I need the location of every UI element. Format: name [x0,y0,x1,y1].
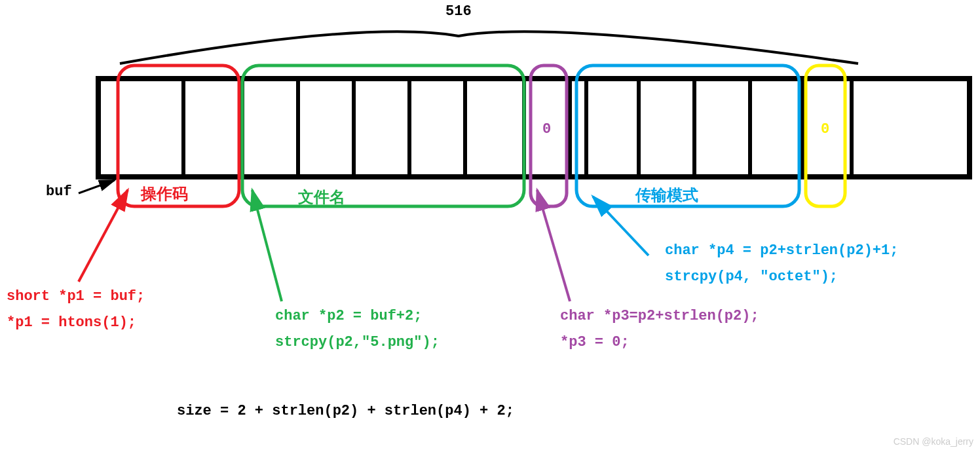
brace-top [120,31,858,64]
filename-code-2: strcpy(p2,"5.png"); [275,334,440,350]
buffer-box [98,79,970,177]
mode-section-label: 传输模式 [635,185,698,206]
zero1-value: 0 [542,121,551,138]
size-formula: size = 2 + strlen(p2) + strlen(p4) + 2; [177,403,514,419]
zero2-value: 0 [821,121,829,138]
zero1-code-1: char *p3=p2+strlen(p2); [560,308,759,324]
top-width-label: 516 [445,3,472,20]
buf-label: buf [46,183,72,200]
watermark: CSDN @koka_jerry [894,436,973,447]
buf-arrow [79,180,115,193]
filename-section-label: 文件名 [298,187,345,208]
diagram-canvas [0,0,980,450]
opcode-arrow [79,190,128,282]
filename-code-1: char *p2 = buf+2; [275,308,422,324]
opcode-section-label: 操作码 [141,183,188,204]
mode-code-1: char *p4 = p2+strlen(p2)+1; [665,242,898,259]
filename-highlight [242,66,524,206]
opcode-code-1: short *p1 = buf; [7,288,145,305]
mode-code-2: strcpy(p4, "octet"); [665,269,838,285]
zero1-code-2: *p3 = 0; [560,334,630,350]
opcode-code-2: *p1 = htons(1); [7,314,136,331]
